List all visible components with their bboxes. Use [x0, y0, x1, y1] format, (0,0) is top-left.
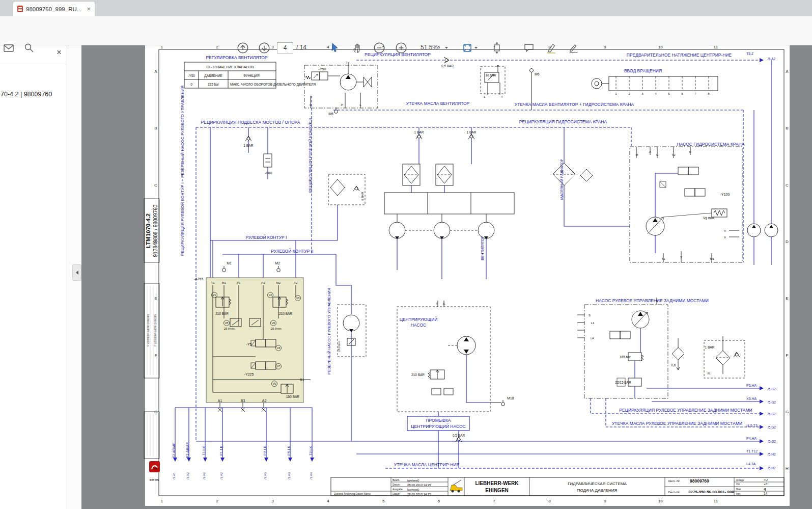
fit-page-icon[interactable]	[460, 40, 475, 56]
panel-divider	[0, 64, 67, 64]
grid-row-ref: A	[786, 69, 789, 74]
ident-value: 98009760	[690, 478, 709, 484]
drawing-title: ГИДРАВЛИЧЕСКАЯ СИСТЕМА	[568, 481, 627, 486]
schematic-label: 5	[668, 92, 669, 95]
schematic-label: V7	[277, 365, 281, 368]
envelope-icon[interactable]	[1, 40, 16, 56]
valve-table-title: ОБОЗНАЧЕНИЕ КЛАПАНОВ	[207, 65, 254, 69]
schematic-label: S	[680, 256, 682, 259]
schematic-label: P1.LK	[219, 446, 223, 456]
pdf-page[interactable]	[145, 45, 790, 506]
page-number-input[interactable]: 4	[277, 42, 293, 53]
schematic-label: /5.G2	[768, 412, 776, 416]
schematic-label: РУЛЕВОЙ КОНТУР I	[246, 234, 287, 240]
schematic-label: УТЕЧКА МАСЛА ЦЕНТРИР-НИЕ	[394, 462, 460, 467]
schematic-label: 1 BAR	[414, 130, 424, 134]
schematic-label: РУЛЕВОЙ КОНТУР II	[271, 248, 313, 254]
schematic-label: /5.G2	[768, 440, 776, 443]
schematic-label: /1.A2	[220, 472, 223, 479]
tab-close-icon[interactable]: ×	[87, 6, 91, 12]
grid-column-ref: 10	[658, 45, 663, 49]
schematic-label: P5.LK	[287, 446, 291, 456]
schematic-label: S	[589, 314, 591, 317]
von-value: 14	[764, 492, 768, 495]
zeich-value: 3279-950.56.00.001- 000	[688, 490, 734, 494]
grid-column-ref: 11	[714, 499, 718, 503]
panel-close-icon[interactable]: ×	[57, 48, 62, 57]
ort-value: +P	[764, 483, 768, 486]
panel-collapse-handle[interactable]	[72, 264, 81, 281]
zoom-dropdown-caret-icon[interactable]	[445, 47, 448, 49]
grid-column-ref: 1	[161, 45, 163, 49]
zoom-level-value[interactable]: 51.5%	[421, 42, 438, 52]
grid-row-ref: G	[154, 410, 157, 414]
schematic-label: -Y225	[244, 372, 254, 376]
schematic-label: L1	[591, 322, 595, 325]
anlage-value: =U	[764, 478, 768, 481]
schematic-label: 3	[641, 92, 643, 95]
grid-column-ref: 7	[493, 499, 496, 503]
schematic-label: ПРЕДВАРИТЕЛЬНОЕ НАТЯЖЕНИЕ ЦЕНТРИР-НИЕ	[627, 52, 732, 58]
schematic-label: V6	[272, 322, 275, 325]
title-block-label: Datum	[393, 483, 400, 486]
grid-row-ref: B	[786, 126, 788, 130]
zoom-in-icon[interactable]	[394, 40, 409, 56]
schematic-label: M6	[535, 72, 540, 76]
tab-title: 98009760_999_RU...	[26, 6, 83, 12]
page-down-icon[interactable]	[257, 40, 272, 56]
grid-column-ref: 2	[216, 45, 219, 49]
schematic-label: P2.AB/AF	[186, 442, 189, 458]
bookmark-item[interactable]: 70-4.2 | 98009760	[1, 91, 52, 98]
valve-table-cell: ДАВЛЕНИЕ	[204, 74, 222, 78]
schematic-label: 4	[655, 92, 656, 95]
sign-icon[interactable]	[566, 40, 581, 56]
schematic-label: 10 BAR	[486, 74, 496, 77]
grid-row-ref: E	[786, 296, 788, 301]
schematic-label: G	[656, 153, 659, 156]
valve-table-cell: ФУНКЦИЯ	[243, 74, 260, 78]
scroll-mode-icon[interactable]	[489, 40, 505, 56]
schematic-label: ЦЕНТРИРУЮЩИЙ НАСОС	[411, 423, 465, 429]
schematic-label: Vg max.	[703, 216, 715, 220]
grid-row-ref: H	[154, 466, 157, 471]
schematic-label: S	[443, 302, 445, 305]
title-block-label: Ausgabe	[393, 488, 403, 491]
grid-column-ref: 6	[438, 499, 440, 503]
grid-row-ref: A	[154, 69, 157, 74]
schematic-canvas: ОБОЗНАЧЕНИЕ КЛАПАНОВ -Y50 ДАВЛЕНИЕ ФУНКЦ…	[0, 45, 812, 509]
schematic-label: 25 l/min	[338, 341, 341, 352]
grid-row-ref: C	[786, 183, 789, 187]
select-tool-icon[interactable]	[327, 40, 343, 56]
schematic-label: T2.AB/AF	[172, 443, 176, 458]
schematic-label: /1.A4	[310, 472, 313, 479]
highlight-icon[interactable]	[544, 40, 559, 56]
valve-table-cell: -Y50	[188, 74, 195, 77]
schematic-label: РЕГУЛИРОВКА ВЕНТИЛЯТОР	[206, 55, 267, 60]
schematic-label: © LIEBHERR-WERK EHINGEN	[154, 314, 157, 346]
comment-icon[interactable]	[521, 40, 537, 56]
schematic-label: A2	[262, 399, 267, 403]
schematic-label: 210 BAR	[279, 312, 292, 315]
grid-column-ref: 6	[438, 45, 440, 49]
schematic-label: 0,6	[671, 363, 676, 367]
pdf-document-icon	[17, 6, 23, 12]
search-icon[interactable]	[21, 40, 37, 56]
schematic-label: V2	[269, 293, 272, 297]
schematic-label: УТЕЧКА МАСЛА РУЛЕВОЕ УПРАВЛЕНИЕ ЗАДНИМИ …	[612, 421, 742, 426]
fit-dropdown-caret-icon[interactable]	[474, 47, 478, 49]
document-tab[interactable]: 98009760_999_RU... ×	[13, 1, 95, 16]
schematic-label: X5.HA	[746, 397, 757, 400]
hand-tool-icon[interactable]	[350, 40, 365, 56]
zoom-out-icon[interactable]	[372, 40, 387, 56]
schematic-label: НАСОС	[411, 323, 426, 328]
schematic-label: 7	[694, 92, 696, 95]
schematic-label: V9	[273, 382, 276, 385]
page-up-icon[interactable]	[235, 40, 250, 56]
schematic-label: series	[150, 478, 159, 481]
von-label: von	[736, 492, 740, 495]
schematic-label: РЕЦИРКУЛЯЦИЯ ПОДВЕСКА МОСТОВ / ОПОРА	[201, 120, 300, 125]
schematic-label: /5.A2	[768, 57, 776, 61]
schematic-label: 25 l/min.	[224, 327, 236, 330]
schematic-label: P4.HA	[746, 437, 757, 440]
schematic-label: РЕЦИРКУЛЯЦИЯ РУЛЕВОЙ КОНТУР II	[308, 118, 313, 193]
